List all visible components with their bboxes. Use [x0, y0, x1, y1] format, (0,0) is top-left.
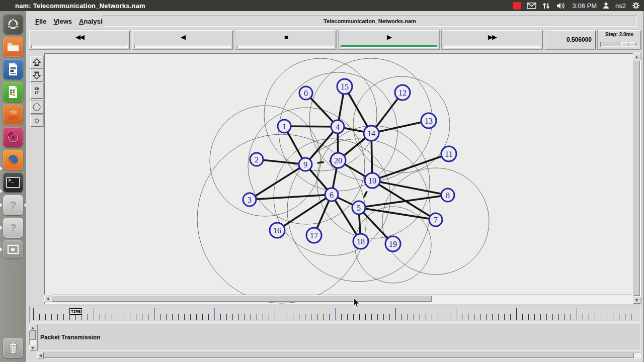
user-icon[interactable]: [603, 2, 609, 9]
scroll-left-arrow[interactable]: ◄: [44, 295, 51, 302]
stop-button[interactable]: ■: [235, 30, 336, 49]
launcher-item-dash[interactable]: [3, 14, 23, 34]
node-12[interactable]: 12: [395, 85, 410, 100]
menu-analysis[interactable]: Analysis: [79, 18, 106, 25]
node-14[interactable]: 14: [364, 126, 379, 141]
launcher-item-firefox[interactable]: [3, 150, 23, 170]
panel-hscrollbar[interactable]: ◄: [37, 352, 641, 358]
ruler-minor-tick: [522, 314, 523, 320]
node-label: 6: [330, 191, 334, 199]
node-0[interactable]: 0: [299, 86, 312, 100]
node-3[interactable]: 3: [243, 193, 256, 206]
node-2[interactable]: 2: [250, 153, 263, 166]
node-19[interactable]: 19: [385, 236, 400, 251]
gear-icon[interactable]: [632, 2, 640, 10]
panel-scroll-left-arrow[interactable]: ◄: [37, 352, 44, 358]
clock[interactable]: 3:06 PM: [573, 2, 597, 10]
network-sync-icon[interactable]: [542, 2, 550, 10]
ruler-minor-tick: [281, 314, 281, 320]
canvas-vscrollbar[interactable]: ▲ ▼: [633, 53, 640, 304]
node-6[interactable]: 6: [325, 188, 338, 201]
node-label: 2: [255, 155, 259, 164]
node-1[interactable]: 1: [278, 120, 291, 133]
node-11[interactable]: 11: [441, 146, 456, 161]
node-10[interactable]: 10: [365, 173, 380, 188]
node-5[interactable]: 5: [352, 201, 365, 214]
ruler-minor-tick: [383, 314, 384, 320]
node-13[interactable]: 13: [421, 113, 436, 128]
ruler-minor-tick: [414, 314, 414, 320]
panel-vscrollbar[interactable]: ▲ ▼: [29, 325, 36, 351]
ruler-minor-tick: [486, 314, 487, 320]
panel-hscroll-thumb[interactable]: [44, 352, 634, 358]
mouse-cursor: [353, 298, 361, 309]
ruler-minor-tick: [329, 314, 330, 320]
panel-scroll-up-arrow[interactable]: ▲: [29, 325, 36, 331]
session-user[interactable]: ns2: [615, 2, 626, 10]
ruler-major-tick: [214, 308, 215, 320]
launcher-item-writer[interactable]: [3, 59, 23, 79]
fast-forward-icon: ▶▶: [442, 30, 542, 43]
launcher-item-terminal[interactable]: >_: [3, 172, 23, 193]
big-node-tool-button[interactable]: [30, 101, 43, 114]
launcher-item-unknown-1[interactable]: ?: [3, 195, 23, 215]
play-button[interactable]: ▶: [339, 30, 439, 49]
launcher-item-calc[interactable]: [3, 82, 23, 102]
node-15[interactable]: 15: [337, 79, 352, 94]
panel-scroll-down-arrow[interactable]: ▼: [29, 345, 36, 351]
node-7[interactable]: 7: [429, 213, 442, 226]
node-9[interactable]: 9: [299, 158, 312, 171]
recording-indicator-icon[interactable]: [513, 2, 521, 10]
scroll-down-arrow[interactable]: ▼: [633, 297, 640, 304]
focused-pip: [24, 203, 26, 207]
ruler-minor-tick: [190, 314, 191, 320]
canvas-hscrollbar[interactable]: ◄: [44, 295, 632, 302]
fast-forward-button[interactable]: ▶▶: [442, 30, 542, 49]
zoom-out-button[interactable]: [30, 69, 43, 81]
node-label: 10: [368, 176, 376, 185]
node-20[interactable]: 20: [331, 153, 346, 168]
ruler-minor-tick: [100, 314, 100, 320]
node-16[interactable]: 16: [270, 223, 285, 238]
ruler-minor-tick: [401, 314, 402, 320]
mail-icon[interactable]: [527, 3, 536, 9]
nam-window: File Views Analysis Telecommunication_Ne…: [26, 11, 644, 362]
node-8[interactable]: 8: [441, 189, 454, 202]
node-label: 7: [434, 216, 438, 224]
ruler-minor-tick: [583, 314, 583, 320]
ruler-minor-tick: [208, 314, 209, 320]
scroll-up-arrow[interactable]: ▲: [633, 53, 640, 60]
menu-views[interactable]: Views: [53, 18, 72, 25]
firefox-icon: [6, 153, 20, 167]
step-slider[interactable]: [600, 42, 638, 47]
ruler-minor-tick: [63, 314, 64, 320]
launcher-item-files[interactable]: [3, 37, 23, 57]
node-label: 17: [310, 231, 318, 240]
rewind-button[interactable]: ◀◀: [29, 30, 130, 49]
network-canvas[interactable]: 01512131414292011103658716171819: [44, 53, 641, 304]
ruler-minor-tick: [245, 314, 245, 320]
launcher-item-workspace[interactable]: [3, 240, 23, 258]
volume-icon[interactable]: [556, 2, 567, 10]
ruler-minor-tick: [172, 314, 173, 320]
launcher-item-trash[interactable]: [3, 338, 23, 358]
launcher-item-unknown-2[interactable]: ?: [3, 218, 23, 238]
node-4[interactable]: 4: [331, 120, 344, 133]
hscroll-thumb[interactable]: [51, 295, 432, 302]
zoom-in-button[interactable]: [30, 56, 43, 68]
panel-vscroll-thumb[interactable]: [30, 331, 36, 340]
ubuntu-logo-icon: [7, 18, 20, 31]
node-18[interactable]: 18: [353, 234, 368, 249]
edit-button[interactable]: EDIT: [30, 83, 43, 99]
step-back-button[interactable]: ◀: [132, 30, 233, 49]
small-node-tool-button[interactable]: [30, 115, 43, 127]
step-slider-handle[interactable]: [621, 42, 635, 46]
folder-icon: [7, 41, 20, 52]
node-17[interactable]: 17: [306, 228, 321, 243]
time-ruler[interactable]: TIME: [29, 306, 641, 323]
launcher-item-media-player[interactable]: [3, 127, 23, 147]
menu-file[interactable]: File: [35, 18, 46, 25]
ruler-minor-tick: [377, 314, 378, 320]
launcher-item-software-center[interactable]: [3, 105, 23, 125]
vscroll-thumb[interactable]: [633, 60, 640, 296]
